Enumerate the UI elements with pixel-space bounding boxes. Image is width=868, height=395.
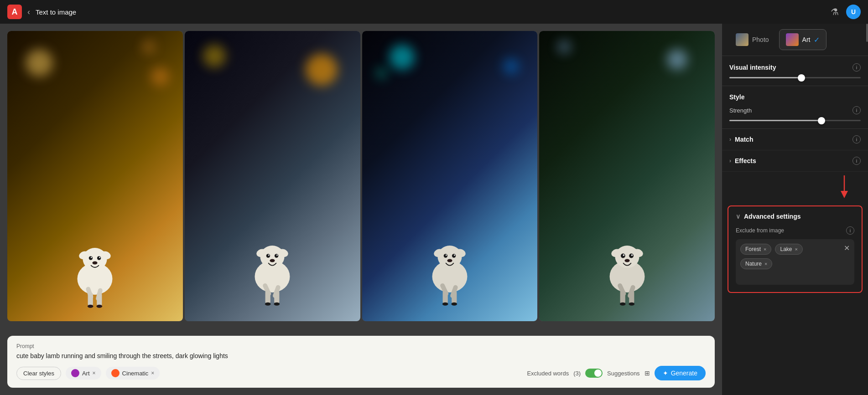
cinematic-tag[interactable]: Cinematic × [106, 367, 160, 380]
clear-styles-button[interactable]: Clear styles [16, 367, 61, 380]
style-label: Style [729, 93, 744, 101]
effects-info[interactable]: i [852, 157, 861, 165]
svg-point-31 [437, 246, 462, 268]
slider-track [729, 77, 861, 78]
strength-slider[interactable] [729, 120, 861, 121]
svg-point-16 [260, 246, 285, 268]
svg-point-6 [91, 257, 92, 258]
visual-intensity-header: Visual intensity i [729, 63, 861, 72]
tab-art[interactable]: Art ✓ [779, 29, 827, 50]
lake-tag-label: Lake [780, 246, 792, 252]
svg-point-22 [276, 255, 278, 256]
cinematic-icon [111, 369, 120, 377]
svg-point-20 [275, 254, 278, 257]
slider-fill [729, 77, 801, 78]
exclude-tag-forest[interactable]: Forest × [740, 244, 771, 255]
excluded-words-section: Excluded words (3) Suggestions ⊞ [527, 369, 650, 378]
avatar[interactable]: U [846, 5, 861, 19]
art-tag[interactable]: Art × [66, 367, 101, 380]
slider-thumb[interactable] [798, 74, 805, 82]
cinematic-tag-close[interactable]: × [151, 370, 154, 376]
match-chevron: › [729, 136, 731, 143]
svg-point-7 [99, 257, 100, 258]
effects-label: › Effects [729, 157, 756, 164]
svg-point-1 [83, 248, 107, 270]
match-label: › Match [729, 136, 753, 143]
strength-track [729, 120, 861, 121]
exclude-tags-row-2: Nature × [740, 258, 850, 269]
generate-icon: ✦ [663, 369, 668, 377]
visual-intensity-label: Visual intensity [729, 64, 776, 71]
svg-point-5 [97, 256, 101, 260]
nature-tag-close[interactable]: × [764, 261, 767, 267]
art-tab-label: Art [802, 36, 811, 43]
exclude-from-image-label: Exclude from image [736, 227, 784, 234]
match-info[interactable]: i [852, 135, 861, 144]
svg-point-58 [620, 303, 626, 306]
flask-icon[interactable]: ⚗ [831, 6, 839, 17]
art-tag-close[interactable]: × [93, 370, 96, 376]
svg-point-51 [623, 254, 624, 256]
effects-chevron: › [729, 158, 731, 164]
svg-point-49 [621, 254, 625, 258]
cinematic-tag-label: Cinematic [122, 370, 149, 377]
back-button[interactable]: ‹ [27, 7, 30, 17]
center-area: Prompt cute baby lamb running and smilin… [0, 24, 722, 395]
suggestions-icon: ⊞ [645, 369, 650, 377]
strength-header: Strength i [729, 106, 861, 114]
forest-tag-close[interactable]: × [764, 246, 766, 252]
strength-thumb[interactable] [818, 117, 825, 124]
svg-point-14 [97, 305, 103, 308]
image-card[interactable] [362, 31, 538, 321]
tab-photo[interactable]: Photo [729, 30, 775, 50]
svg-point-43 [442, 303, 448, 306]
svg-point-28 [265, 303, 271, 306]
image-card[interactable] [185, 31, 360, 321]
svg-point-53 [624, 259, 629, 262]
strength-info[interactable]: i [852, 106, 861, 114]
prompt-bar: Prompt cute baby lamb running and smilin… [7, 336, 715, 388]
strength-fill [729, 120, 821, 121]
excluded-words-toggle[interactable] [585, 369, 603, 378]
svg-point-21 [268, 255, 270, 256]
red-arrow-icon [839, 175, 850, 198]
exclude-tag-lake[interactable]: Lake × [775, 244, 802, 255]
exclude-section: Exclude from image i ✕ Forest × Lake × [728, 226, 862, 292]
visual-intensity-slider[interactable] [729, 77, 861, 78]
effects-row[interactable]: › Effects i [722, 150, 868, 172]
advanced-settings-header[interactable]: ∨ Advanced settings [728, 206, 862, 226]
svg-point-35 [452, 254, 456, 257]
svg-point-52 [631, 254, 633, 256]
exclude-clear-button[interactable]: ✕ [844, 244, 850, 252]
svg-point-36 [446, 255, 447, 256]
svg-point-44 [451, 303, 457, 306]
generate-button[interactable]: ✦ Generate [655, 366, 706, 380]
exclude-tag-nature[interactable]: Nature × [740, 258, 772, 269]
lake-tag-close[interactable]: × [795, 246, 797, 252]
arrow-indicator [722, 172, 868, 200]
svg-point-46 [615, 246, 639, 268]
svg-point-4 [89, 256, 93, 260]
style-tabs: Photo Art ✓ [722, 24, 868, 56]
effects-text: Effects [735, 157, 756, 164]
match-row[interactable]: › Match i [722, 129, 868, 150]
art-tab-thumbnail [786, 33, 799, 46]
match-right: i [852, 135, 861, 144]
image-card[interactable] [7, 31, 183, 321]
nature-tag-label: Nature [745, 261, 762, 267]
photo-tab-thumbnail [736, 33, 748, 46]
exclude-tags-area: ✕ Forest × Lake × Nature [736, 239, 854, 285]
suggestions-button[interactable]: Suggestions [607, 370, 640, 377]
svg-point-37 [454, 255, 455, 256]
svg-point-38 [447, 259, 452, 262]
photo-tab-label: Photo [752, 36, 769, 43]
exclude-info-icon[interactable]: i [846, 226, 854, 235]
app-logo: A [7, 5, 22, 19]
svg-point-34 [444, 254, 447, 257]
topbar-right: ⚗ U [831, 5, 861, 19]
svg-marker-61 [841, 191, 848, 198]
visual-intensity-info[interactable]: i [852, 63, 861, 72]
image-card[interactable] [539, 31, 715, 321]
effects-right: i [852, 157, 861, 165]
excluded-words-count: (3) [573, 370, 581, 377]
